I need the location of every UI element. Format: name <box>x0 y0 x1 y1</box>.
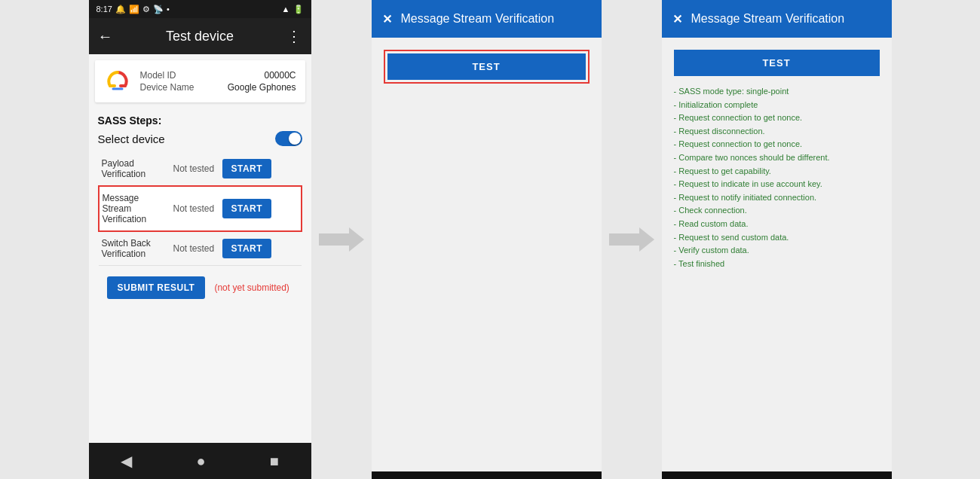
model-id-label: Model ID <box>140 70 176 81</box>
test-button-1[interactable]: TEST <box>387 53 586 80</box>
test-btn-wrapper-2: TEST <box>674 50 880 76</box>
dot-icon: • <box>167 5 170 14</box>
step-btn-payload: START <box>219 152 302 186</box>
sass-section: SASS Steps: Select device Payload Verifi… <box>89 108 311 307</box>
step-name-msgstream: Message Stream Verification <box>99 186 170 231</box>
time-display: 8:17 <box>96 5 112 14</box>
back-button[interactable]: ← <box>98 28 113 45</box>
dialog-close-button-1[interactable]: ✕ <box>382 12 392 26</box>
table-row-highlighted: Message Stream Verification Not tested S… <box>99 186 302 231</box>
device-info-rows: Model ID 00000C Device Name Google Gphon… <box>140 70 296 93</box>
settings-icon: ⚙ <box>142 5 150 14</box>
dialog-body-1: TEST <box>372 38 602 471</box>
device-name-value: Google Gphones <box>228 82 296 93</box>
submit-result-button[interactable]: SUBMIT RESULT <box>107 276 206 299</box>
start-payload-button[interactable]: START <box>222 159 272 178</box>
not-submitted-label: (not yet submitted) <box>214 282 289 293</box>
arrow-icon-1 <box>319 227 364 252</box>
step-btn-msgstream: START <box>219 186 302 231</box>
table-row: Payload Verification Not tested START <box>99 152 302 186</box>
test-btn-container-1: TEST <box>384 50 590 84</box>
wifi-icon: ▲ <box>282 5 290 14</box>
device-name-label: Device Name <box>140 82 194 93</box>
start-msgstream-button[interactable]: START <box>222 199 272 218</box>
arrow-1 <box>311 227 372 252</box>
notification-icon: 🔔 <box>115 5 126 14</box>
device-name-row: Device Name Google Gphones <box>140 82 296 93</box>
device-info-card: Model ID 00000C Device Name Google Gphon… <box>95 60 305 102</box>
step-btn-switchback: START <box>219 231 302 266</box>
dialog-header-2: ✕ Message Stream Verification <box>662 0 892 38</box>
dialog-title-2: Message Stream Verification <box>691 12 881 26</box>
status-right: ▲ 🔋 <box>282 5 304 14</box>
toggle-knob <box>289 133 301 145</box>
svg-marker-1 <box>609 227 654 252</box>
nav-back-button[interactable]: ◀ <box>121 452 132 470</box>
result-log: - SASS mode type: single-point - Initial… <box>674 85 880 270</box>
select-device-label: Select device <box>98 133 165 145</box>
nav-recent-button[interactable]: ■ <box>270 453 279 470</box>
sass-title: SASS Steps: <box>98 114 302 127</box>
arrow-2 <box>602 227 662 252</box>
dialog-body-2: TEST - SASS mode type: single-point - In… <box>662 38 892 471</box>
step-name-switchback: Switch Back Verification <box>99 231 170 266</box>
status-bar: 8:17 🔔 📶 ⚙ 📡 • ▲ 🔋 <box>89 0 311 18</box>
svg-marker-0 <box>319 227 364 252</box>
start-switchback-button[interactable]: START <box>222 239 272 258</box>
test-button-2[interactable]: TEST <box>674 50 880 76</box>
cast-icon: 📡 <box>153 5 164 14</box>
arrow-icon-2 <box>609 227 654 252</box>
step-status-msgstream: Not tested <box>170 186 219 231</box>
model-id-value: 00000C <box>264 70 296 81</box>
dialog-header-1: ✕ Message Stream Verification <box>372 0 602 38</box>
dialog-screen-2: ✕ Message Stream Verification TEST - SAS… <box>662 0 892 479</box>
sim-icon: 📶 <box>129 5 139 14</box>
submit-row: SUBMIT RESULT (not yet submitted) <box>98 266 302 307</box>
dialog-bottom-bar-2 <box>662 471 892 479</box>
table-row: Switch Back Verification Not tested STAR… <box>99 231 302 266</box>
dialog-title-1: Message Stream Verification <box>401 12 591 26</box>
menu-button[interactable]: ⋮ <box>286 27 302 45</box>
nav-home-button[interactable]: ● <box>196 453 205 470</box>
battery-icon: 🔋 <box>293 5 304 14</box>
step-status-switchback: Not tested <box>170 231 219 266</box>
app-title: Test device <box>166 29 234 44</box>
step-status-payload: Not tested <box>170 152 219 186</box>
dialog-close-button-2[interactable]: ✕ <box>672 12 682 26</box>
select-device-row: Select device <box>98 131 302 146</box>
app-bar: ← Test device ⋮ <box>89 18 311 54</box>
select-device-toggle[interactable] <box>275 131 302 146</box>
dialog-bottom-bar-1 <box>372 471 602 479</box>
model-id-row: Model ID 00000C <box>140 70 296 81</box>
status-left: 8:17 🔔 📶 ⚙ 📡 • <box>96 5 170 14</box>
dialog-screen-1: ✕ Message Stream Verification TEST <box>372 0 602 479</box>
phone-nav-bar: ◀ ● ■ <box>89 443 311 479</box>
phone-content: Model ID 00000C Device Name Google Gphon… <box>89 54 311 443</box>
phone-screen: 8:17 🔔 📶 ⚙ 📡 • ▲ 🔋 ← Test device ⋮ <box>89 0 311 479</box>
step-name-payload: Payload Verification <box>99 152 170 186</box>
steps-table: Payload Verification Not tested START Me… <box>98 152 302 266</box>
brand-logo <box>104 68 131 95</box>
